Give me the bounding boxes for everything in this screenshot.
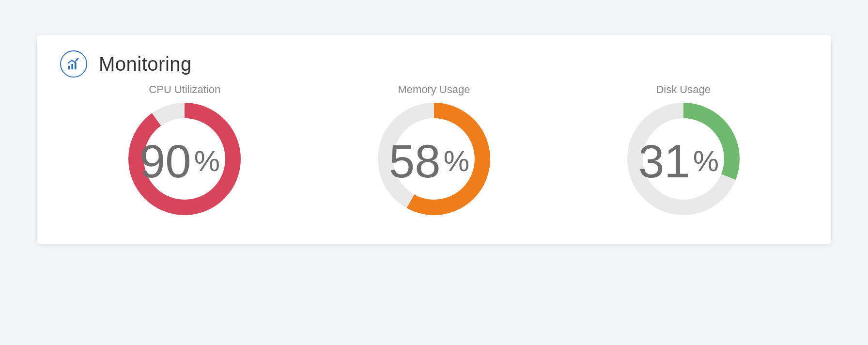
gauge-label: CPU Utilization [149,83,220,96]
gauges-row: CPU Utilization 90% Memory Usage 58% [60,83,808,217]
panel-header: Monitoring [60,50,808,78]
gauge-unit: % [693,145,718,177]
gauge-chart: 31% [625,101,742,217]
gauge-chart: 58% [376,101,492,217]
svg-rect-0 [68,66,70,70]
svg-text:90%: 90% [140,135,220,187]
gauge-label: Memory Usage [398,83,470,96]
svg-text:58%: 58% [389,135,469,187]
gauge-label: Disk Usage [656,83,710,96]
svg-text:31%: 31% [638,135,719,187]
svg-rect-1 [71,64,73,69]
panel-title: Monitoring [99,53,192,75]
gauge-unit: % [444,145,469,177]
svg-rect-2 [75,62,77,69]
gauge-memory: Memory Usage 58% [310,83,558,217]
gauge-cpu: CPU Utilization 90% [62,83,309,217]
chart-trend-icon [60,50,87,78]
monitoring-panel: Monitoring CPU Utilization 90% Memory Us… [37,35,831,244]
gauge-unit: % [194,145,220,177]
gauge-chart: 90% [126,101,243,217]
gauge-disk: Disk Usage 31% [560,83,807,217]
gauge-value: 90 [140,135,191,187]
gauge-value: 31 [638,135,690,187]
gauge-value: 58 [389,135,441,187]
